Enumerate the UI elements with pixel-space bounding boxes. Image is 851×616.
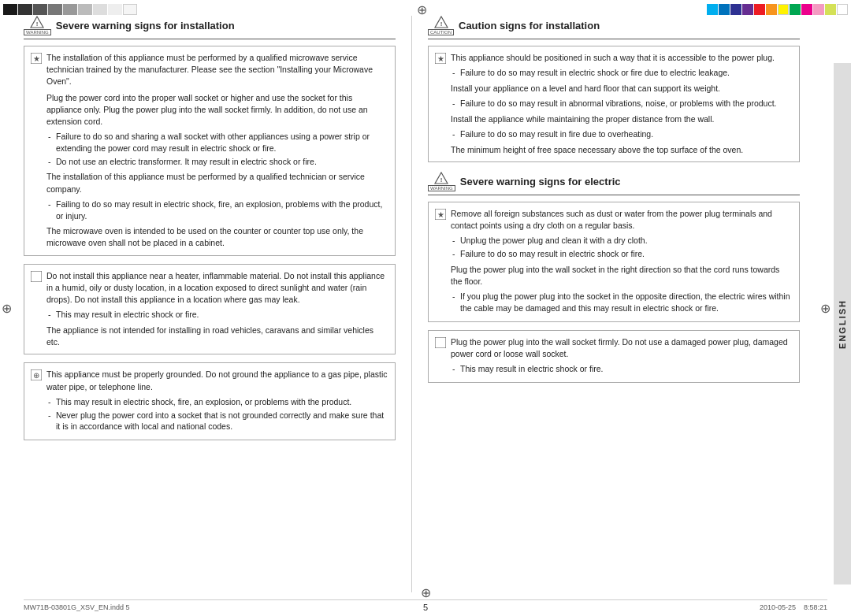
main-content: ! WARNING Severe warning signs for insta…: [24, 16, 827, 592]
left-block2-text2: The appliance is not intended for instal…: [46, 325, 388, 348]
list-item: Never plug the power cord into a socket …: [46, 410, 388, 432]
right-warning-section-header: ! WARNING Severe warning signs for elect…: [428, 172, 800, 195]
list-item: Unplug the power plug and clean it with …: [451, 235, 793, 247]
left-block1-bullets2: Failing to do so may result in electric …: [46, 199, 388, 221]
list-item: Failure to do so may result in abnormal …: [451, 98, 777, 109]
list-item: If you plug the power plug into the sock…: [451, 291, 793, 314]
ground-icon: ⊕: [31, 369, 42, 380]
footer-page: 5: [423, 603, 428, 612]
left-block1-text2: Plug the power cord into the proper wall…: [46, 92, 388, 128]
columns: ! WARNING Severe warning signs for insta…: [24, 16, 827, 592]
list-item: Do not use an electric transformer. It m…: [46, 156, 388, 168]
list-item: Failure to do so may result in electric …: [451, 248, 793, 260]
left-block2-bullets: This may result in electric shock or fir…: [46, 309, 388, 321]
right-warning-text2: Plug the power plug into the wall socket…: [451, 264, 793, 288]
list-item: Failure to do so may result in fire due …: [451, 128, 777, 140]
svg-text:⊕: ⊕: [33, 371, 39, 380]
footer-time: 8:58:21: [804, 603, 827, 611]
right-warning-section-title: Severe warning signs for electric: [460, 176, 621, 187]
warning-tag-right: WARNING: [428, 185, 455, 191]
caution-block-text4: The minimum height of free space necessa…: [451, 144, 777, 156]
left-block1-text1: The installation of this appliance must …: [46, 52, 388, 88]
caution-block-text1: This appliance should be positioned in s…: [451, 52, 777, 64]
caution-block: ★ This appliance should be positioned in…: [428, 46, 800, 162]
svg-text:!: !: [36, 20, 39, 28]
warning-tag-left: WARNING: [24, 29, 51, 35]
left-block-1: ★ The installation of this appliance mus…: [24, 46, 396, 256]
right-warning-block2-bullets: This may result in electric shock or fir…: [451, 363, 793, 375]
list-item: Failing to do so may result in electric …: [46, 199, 388, 221]
svg-text:★: ★: [437, 54, 444, 63]
footer-datetime: 2010-05-25 8:58:21: [760, 603, 827, 611]
sidebar-english: ENGLISH: [834, 63, 851, 584]
caution-block-bullets2: Failure to do so may result in abnormal …: [451, 98, 777, 109]
right-warning-text1: Remove all foreign substances such as du…: [451, 208, 793, 232]
left-block-3: ⊕ This appliance must be properly ground…: [24, 362, 396, 440]
list-item: Failure to do so and sharing a wall sock…: [46, 131, 388, 154]
left-block1-text4: The microwave oven is intended to be use…: [46, 225, 388, 249]
left-block1-bullets: Failure to do so and sharing a wall sock…: [46, 131, 388, 167]
svg-text:!: !: [440, 176, 443, 184]
caution-tag: CAUTION: [428, 29, 454, 35]
svg-rect-4: [31, 271, 42, 282]
left-block2-text1: Do not install this appliance near a hea…: [46, 270, 388, 306]
caution-section-title: Caution signs for installation: [459, 20, 600, 32]
caution-block-text3: Install the appliance while maintaining …: [451, 113, 777, 125]
right-warning-block-2: Plug the power plug into the wall socket…: [428, 330, 800, 383]
star-icon-caution: ★: [435, 53, 446, 64]
list-item: This may result in electric shock, fire,…: [46, 396, 388, 408]
svg-rect-15: [435, 337, 446, 348]
caution-block-text2: Install your appliance on a level and ha…: [451, 83, 777, 95]
right-warning-bullets2: If you plug the power plug into the sock…: [451, 291, 793, 314]
star-icon-1: ★: [31, 53, 42, 64]
left-block1-text3: The installation of this appliance must …: [46, 171, 388, 195]
warning-icon-left: ! WARNING: [24, 16, 51, 35]
list-item: This may result in electric shock or fir…: [451, 363, 793, 375]
left-column: ! WARNING Severe warning signs for insta…: [24, 16, 412, 592]
footer-filename: MW71B-03801G_XSV_EN.indd 5: [24, 603, 130, 611]
right-warning-bullets: Unplug the power plug and clean it with …: [451, 235, 793, 259]
right-column: ! CAUTION Caution signs for installation…: [412, 16, 827, 592]
square-icon-warning2: [435, 337, 446, 348]
svg-text:★: ★: [437, 210, 444, 219]
list-item: Failure to do so may result in electric …: [451, 67, 777, 79]
left-section-title: Severe warning signs for installation: [56, 20, 235, 32]
left-block3-text1: This appliance must be properly grounded…: [46, 369, 388, 392]
caution-block-bullets3: Failure to do so may result in fire due …: [451, 128, 777, 140]
list-item: This may result in electric shock or fir…: [46, 309, 388, 321]
footer-date: 2010-05-25: [760, 603, 796, 611]
left-block-2: Do not install this appliance near a hea…: [24, 264, 396, 355]
caution-icon: ! CAUTION: [428, 16, 454, 35]
left-block3-bullets: This may result in electric shock, fire,…: [46, 396, 388, 432]
svg-text:!: !: [440, 20, 442, 28]
square-icon-2: [31, 271, 42, 282]
svg-text:★: ★: [33, 54, 40, 63]
left-section-header: ! WARNING Severe warning signs for insta…: [24, 16, 396, 39]
caution-block-bullets: Failure to do so may result in electric …: [451, 67, 777, 79]
warning-icon-right: ! WARNING: [428, 172, 455, 191]
sidebar-label: ENGLISH: [838, 299, 847, 349]
star-icon-warning1: ★: [435, 209, 446, 220]
footer: MW71B-03801G_XSV_EN.indd 5 5 2010-05-25 …: [24, 599, 827, 611]
right-warning-block2-text1: Plug the power plug into the wall socket…: [451, 336, 793, 360]
caution-section-header: ! CAUTION Caution signs for installation: [428, 16, 800, 39]
right-warning-block-1: ★ Remove all foreign substances such as …: [428, 202, 800, 322]
reg-mark-left: ⊕: [2, 301, 12, 316]
